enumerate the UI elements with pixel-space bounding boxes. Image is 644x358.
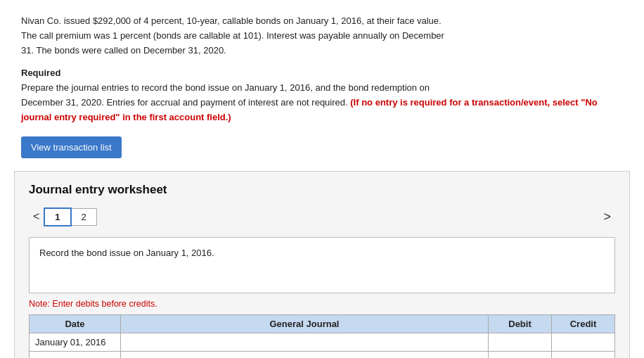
- prev-tab-arrow[interactable]: <: [29, 207, 44, 226]
- table-cell-general-1[interactable]: [121, 351, 489, 358]
- table-cell-debit-0[interactable]: [489, 333, 552, 351]
- worksheet-container: Journal entry worksheet < 1 2 > Record t…: [14, 171, 630, 358]
- col-header-general: General Journal: [121, 314, 489, 333]
- credit-input-1[interactable]: [552, 352, 614, 358]
- table-header-row: Date General Journal Debit Credit: [30, 314, 615, 333]
- col-header-credit: Credit: [552, 314, 615, 333]
- problem-line1: Nivan Co. issued $292,000 of 4 percent, …: [21, 15, 442, 26]
- table-cell-general-0[interactable]: [121, 333, 489, 351]
- general-journal-input-1[interactable]: [121, 352, 488, 358]
- col-header-date: Date: [30, 314, 121, 333]
- problem-text: Nivan Co. issued $292,000 of 4 percent, …: [21, 14, 623, 58]
- debit-input-1[interactable]: [489, 352, 551, 358]
- view-transaction-button[interactable]: View transaction list: [21, 136, 122, 158]
- general-journal-input-0[interactable]: [121, 333, 488, 351]
- next-tab-arrow[interactable]: >: [599, 207, 615, 227]
- required-line2: December 31, 2020. Entries for accrual a…: [21, 97, 348, 108]
- table-cell-credit-0[interactable]: [552, 333, 615, 351]
- table-cell-debit-1[interactable]: [489, 351, 552, 358]
- tab-navigation: < 1 2 >: [29, 207, 615, 227]
- required-body: Prepare the journal entries to record th…: [21, 81, 623, 124]
- debit-input-0[interactable]: [489, 333, 551, 351]
- table-cell-date-1: [30, 351, 121, 358]
- required-line1: Prepare the journal entries to record th…: [21, 82, 430, 93]
- tab-1[interactable]: 1: [44, 207, 71, 226]
- journal-table: Date General Journal Debit Credit Januar…: [29, 314, 615, 358]
- table-cell-date-0: January 01, 2016: [30, 333, 121, 351]
- table-row: January 01, 2016: [30, 333, 615, 351]
- worksheet-title: Journal entry worksheet: [29, 183, 615, 197]
- problem-line2: The call premium was 1 percent (bonds ar…: [21, 30, 444, 41]
- page-content: Nivan Co. issued $292,000 of 4 percent, …: [0, 0, 644, 358]
- table-row: [30, 351, 615, 358]
- tab-2[interactable]: 2: [72, 208, 97, 226]
- required-heading: Required: [21, 68, 623, 78]
- entry-description-text: Record the bond issue on January 1, 2016…: [39, 248, 214, 258]
- table-cell-credit-1[interactable]: [552, 351, 615, 358]
- col-header-debit: Debit: [489, 314, 552, 333]
- entry-description: Record the bond issue on January 1, 2016…: [29, 237, 615, 293]
- problem-line3: 31. The bonds were called on December 31…: [21, 45, 226, 56]
- note-text: Note: Enter debits before credits.: [29, 299, 615, 309]
- credit-input-0[interactable]: [552, 333, 614, 351]
